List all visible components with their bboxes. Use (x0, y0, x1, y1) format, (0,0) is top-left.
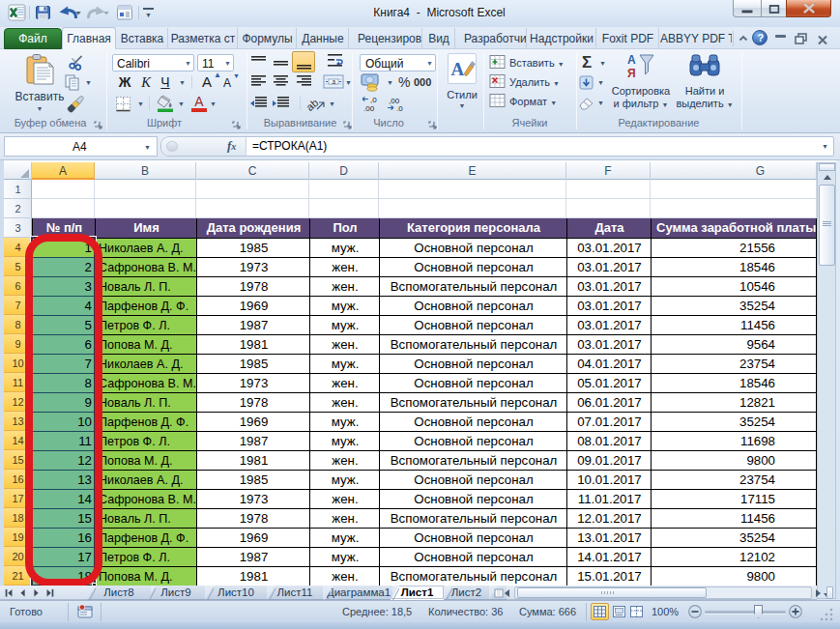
svg-text:A: A (450, 59, 464, 79)
svg-text:А: А (627, 53, 636, 67)
svg-text:,00: ,00 (363, 104, 375, 112)
svg-text:,0: ,0 (396, 104, 403, 112)
svg-text:a: a (333, 78, 336, 85)
svg-text:ab: ab (307, 97, 320, 112)
svg-text:Я: Я (627, 67, 636, 80)
